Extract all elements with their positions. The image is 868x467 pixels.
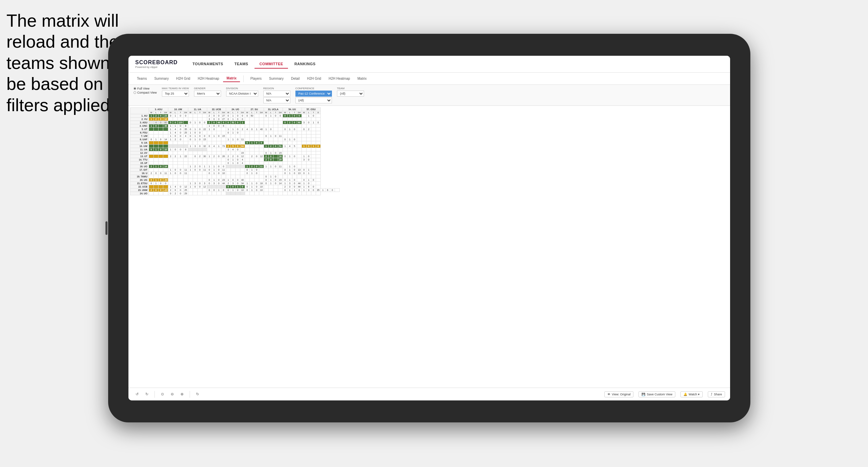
table-row: 9. UA 0100 bbox=[130, 141, 340, 145]
matrix-content[interactable]: 3. ASU 10. UW 11. UA 22. UCB 24. UO 27. … bbox=[128, 106, 730, 388]
sub-l: L bbox=[154, 111, 159, 114]
row-label-asu: 3. ASU bbox=[130, 121, 149, 124]
row-label-unc: 4. UNC bbox=[130, 124, 149, 128]
sub-nav-summary[interactable]: Summary bbox=[151, 75, 172, 82]
row-label-unm: 23. UNM bbox=[130, 189, 149, 192]
table-row: 17. GIT 10011 10011 01011 010 01013 01 bbox=[130, 168, 340, 172]
sub-l3: L bbox=[193, 111, 197, 114]
sub-dif6: Dif bbox=[259, 111, 264, 114]
redo-button[interactable]: ↻ bbox=[143, 391, 150, 397]
zoom-in-button[interactable]: ⊕ bbox=[178, 391, 186, 397]
main-nav-items: TOURNAMENTS TEAMS COMMITTEE RANKINGS bbox=[188, 60, 320, 69]
full-view-radio[interactable] bbox=[134, 87, 136, 90]
sub-l8: L bbox=[287, 111, 292, 114]
team-select[interactable]: (All) bbox=[337, 91, 364, 97]
reset-icon: ⊙ bbox=[161, 392, 164, 396]
sub-nav-players-summary[interactable]: Summary bbox=[266, 75, 287, 82]
table-row: 20. UG 010-34 01023 10040 01015 010 010 bbox=[130, 178, 340, 182]
zoom-in-icon: ⊕ bbox=[180, 392, 184, 396]
row-label-ucb22: 22. UCB bbox=[130, 185, 149, 189]
compact-view-radio[interactable] bbox=[134, 91, 136, 94]
region-select-2[interactable]: N/A bbox=[263, 97, 290, 103]
sub-nav-players-h2h-heatmap[interactable]: H2H Heatmap bbox=[325, 75, 353, 82]
conference-filter: Conference Pac-12 Conference (All) bbox=[295, 87, 332, 103]
sub-dif2: Dif bbox=[183, 111, 188, 114]
nav-committee[interactable]: COMMITTEE bbox=[255, 60, 288, 69]
logo-area: SCOREBOARD Powered by clippd bbox=[135, 59, 178, 69]
gender-select[interactable]: Men's Women's bbox=[194, 91, 221, 97]
table-row: 4. UNC 1036 1108 1006 bbox=[130, 124, 340, 128]
gender-label: Gender bbox=[194, 87, 221, 90]
save-custom-button[interactable]: 💾 Save Custom View bbox=[638, 391, 675, 397]
table-row: 6. FSU 14025 100 010 bbox=[130, 131, 340, 134]
row-label-uf: 15. UF bbox=[130, 162, 149, 165]
sub-nav-players-matrix[interactable]: Matrix bbox=[354, 75, 370, 82]
row-label-ttu: 14. TTU bbox=[130, 158, 149, 162]
sub-nav-h2h-heatmap[interactable]: H2H Heatmap bbox=[194, 75, 222, 82]
table-row: 23. UNM 200-23 20025 0010 01010 01010 01… bbox=[130, 189, 340, 192]
view-icon: 👁 bbox=[607, 393, 610, 396]
top-navigation: SCOREBOARD Powered by clippd TOURNAMENTS… bbox=[128, 56, 730, 73]
row-label-uo16: 16. UO bbox=[130, 165, 149, 168]
tablet-camera-button bbox=[105, 221, 107, 235]
refresh-icon: ↻ bbox=[196, 392, 199, 396]
sub-nav-players[interactable]: Players bbox=[247, 75, 265, 82]
sub-nav-teams[interactable]: Teams bbox=[134, 75, 150, 82]
table-row: 21. ETSU 0100 1303 03044 23034 11018 010… bbox=[130, 182, 340, 185]
conference-select[interactable]: Pac-12 Conference bbox=[295, 91, 332, 97]
refresh-button[interactable]: ↻ bbox=[194, 391, 201, 397]
row-label-ug: 20. UG bbox=[130, 178, 149, 182]
table-row: 12. UV 15 01015 bbox=[130, 151, 340, 155]
col-header-uu: 54. UU bbox=[283, 108, 302, 111]
compact-view-option[interactable]: Compact View bbox=[134, 91, 157, 94]
sub-w4: W bbox=[207, 111, 212, 114]
share-icon: ⤴ bbox=[711, 393, 713, 396]
sub-t: T bbox=[159, 111, 163, 114]
save-custom-label: Save Custom View bbox=[647, 393, 672, 396]
conference-select-2[interactable]: (All) bbox=[295, 97, 332, 103]
region-filter: Region N/A N/A bbox=[263, 87, 290, 103]
reset-button[interactable]: ⊙ bbox=[159, 391, 166, 397]
toolbar-divider-2 bbox=[190, 391, 190, 398]
sub-dif8: Dif bbox=[297, 111, 302, 114]
row-label-ut13: 13. UT bbox=[130, 155, 149, 158]
max-teams-select[interactable]: Top 25 Top 50 bbox=[162, 91, 189, 97]
table-row: 2. VU 12012 30027 0100 bbox=[130, 118, 340, 121]
division-select[interactable]: NCAA Division I bbox=[226, 91, 258, 97]
table-row: 14. TTU 0104 2029 30 bbox=[130, 158, 340, 162]
division-label: Division bbox=[226, 87, 258, 90]
watch-icon: 🔔 bbox=[683, 393, 687, 396]
nav-rankings[interactable]: RANKINGS bbox=[290, 60, 320, 69]
sub-l9: L bbox=[306, 111, 311, 114]
zoom-out-icon: ⊖ bbox=[171, 392, 174, 396]
full-view-option[interactable]: Full View bbox=[134, 87, 157, 90]
table-row: 7. UM 1004 0100 01015 01011 bbox=[130, 134, 340, 138]
watch-label: Watch ▾ bbox=[689, 393, 700, 396]
region-select-1[interactable]: N/A bbox=[263, 91, 290, 97]
table-row: 18. U 20011 10011 01010 010 01013 01 bbox=[130, 172, 340, 175]
share-button[interactable]: ⤴ Share bbox=[708, 391, 725, 397]
sub-nav-h2h-grid[interactable]: H2H Grid bbox=[173, 75, 194, 82]
sub-t7: T bbox=[273, 111, 278, 114]
table-row: 1. AU 12023 0100 20027 0100 050 0100 010… bbox=[130, 114, 340, 118]
undo-button[interactable]: ↺ bbox=[134, 391, 141, 397]
view-original-button[interactable]: 👁 View: Original bbox=[604, 391, 633, 397]
view-original-label: View: Original bbox=[612, 393, 630, 396]
nav-tournaments[interactable]: TOURNAMENTS bbox=[188, 60, 228, 69]
table-row: 5. UT 14035 01022 10 1102 40140 10 010 0… bbox=[130, 128, 340, 131]
sub-nav-matrix[interactable]: Matrix bbox=[223, 75, 240, 82]
col-header-osu: 57. OSU bbox=[302, 108, 320, 111]
row-label-ua11: 11. UA bbox=[130, 148, 149, 151]
corner-header bbox=[130, 108, 149, 114]
nav-divider bbox=[243, 75, 244, 82]
sub-nav-players-h2h-grid[interactable]: H2H Grid bbox=[304, 75, 324, 82]
sub-l5: L bbox=[231, 111, 235, 114]
table-row: 10. UW 13032 04173 25064 12051 145 1010 bbox=[130, 145, 340, 148]
sub-nav-detail[interactable]: Detail bbox=[288, 75, 303, 82]
view-filter-group: Full View Compact View bbox=[134, 87, 157, 94]
sub-t8: T bbox=[292, 111, 297, 114]
watch-button[interactable]: 🔔 Watch ▾ bbox=[680, 391, 703, 397]
row-label-etsu: 21. ETSU bbox=[130, 182, 149, 185]
nav-teams[interactable]: TEAMS bbox=[230, 60, 253, 69]
zoom-out-button[interactable]: ⊖ bbox=[169, 391, 176, 397]
